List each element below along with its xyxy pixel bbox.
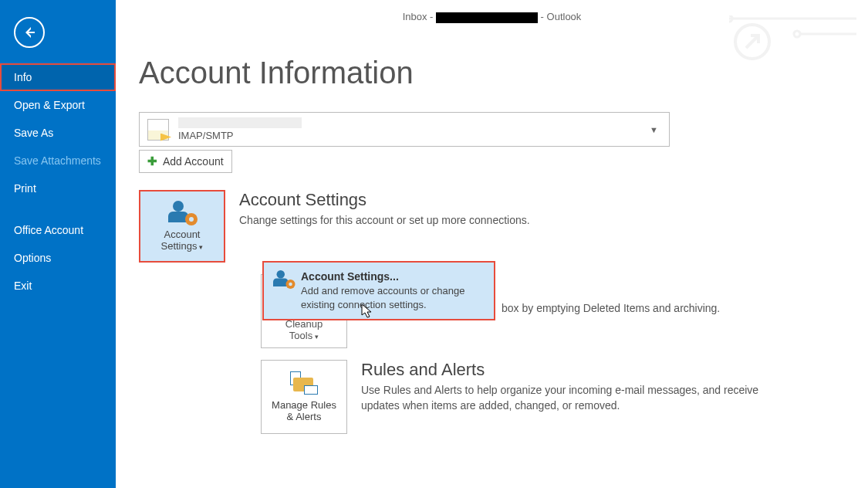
nav-options[interactable]: Options [0,244,116,272]
nav-spacer [0,202,116,216]
mailbox-cleanup-desc-fragment: box by emptying Deleted Items and archiv… [502,302,720,314]
tile-label-2: Settings [161,240,198,252]
account-settings-desc: Change settings for this account or set … [239,213,530,229]
rules-label-1: Manage Rules [272,399,336,411]
account-settings-heading: Account Settings [239,190,530,210]
dropdown-caret-icon: ▼ [650,125,658,134]
account-type: IMAP/SMTP [178,130,650,141]
section-account-settings: Account Settings▾ Account Settings Chang… [139,190,868,263]
nav-exit[interactable]: Exit [0,272,116,300]
back-arrow-icon [22,25,37,40]
add-account-button[interactable]: ✚ Add Account [139,150,232,173]
title-email-redacted [436,12,538,23]
plus-icon: ✚ [147,154,157,168]
svg-point-2 [794,31,800,37]
backstage-sidebar: Info Open & Export Save As Save Attachme… [0,0,116,488]
nav-save-attachments: Save Attachments [0,147,116,175]
manage-rules-tile[interactable]: Manage Rules & Alerts [261,360,347,434]
nav-print[interactable]: Print [0,175,116,202]
section-rules-alerts: Manage Rules & Alerts Rules and Alerts U… [261,360,778,434]
rules-icon [290,371,318,395]
account-email-redacted [178,117,302,128]
person-gear-icon [273,270,293,290]
rules-alerts-heading: Rules and Alerts [361,360,778,380]
rules-label-2: & Alerts [287,411,322,422]
nav-info[interactable]: Info [0,63,116,91]
account-selector-dropdown[interactable]: IMAP/SMTP ▼ [139,112,670,147]
main-pane: Inbox - - Outlook Account Information IM… [116,0,868,488]
tile-label-1: Account [164,229,201,240]
chevron-down-icon: ▾ [199,243,203,251]
title-suffix: - Outlook [541,11,582,22]
watermark-icon [729,15,860,62]
person-gear-icon [168,201,196,224]
cleanup-label-2: Tools [289,330,312,341]
title-prefix: Inbox - [403,11,436,22]
menu-item-title: Account Settings... [301,270,485,283]
svg-rect-0 [27,32,35,33]
add-account-label: Add Account [163,155,224,168]
account-settings-tile[interactable]: Account Settings▾ [139,190,225,263]
rules-alerts-desc: Use Rules and Alerts to help organize yo… [361,383,778,413]
back-button[interactable] [14,17,45,48]
nav-save-as[interactable]: Save As [0,119,116,147]
nav-open-export[interactable]: Open & Export [0,91,116,119]
account-envelope-icon [147,119,169,141]
nav-office-account[interactable]: Office Account [0,216,116,244]
menu-item-desc: Add and remove accounts or change existi… [301,284,485,311]
chevron-down-icon: ▾ [315,333,319,341]
account-settings-menu-item[interactable]: Account Settings... Add and remove accou… [262,261,495,320]
